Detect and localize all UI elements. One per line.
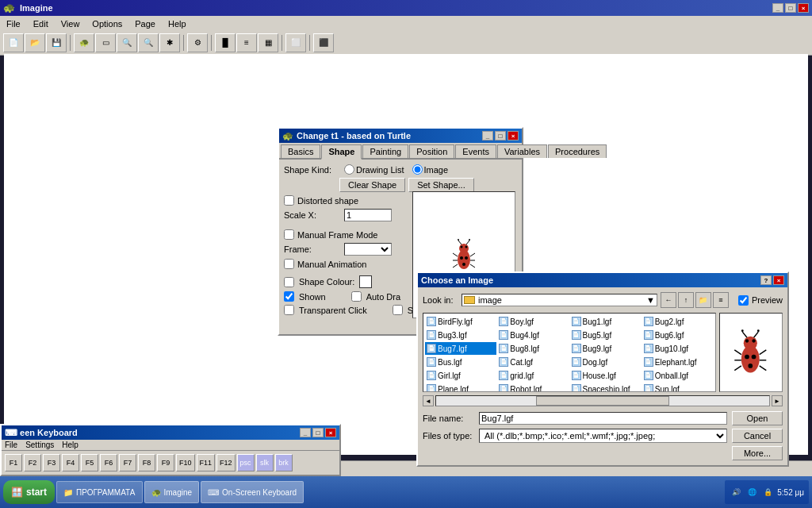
set-shape-btn[interactable]: Set Shape... [408,178,474,192]
taskbar-item-1[interactable]: 🐢 Imagine [144,481,200,503]
menu-help[interactable]: Help [165,18,190,29]
file-item[interactable]: 📄Plane.lgf [425,383,496,392]
file-item[interactable]: 📄House.lgf [570,369,642,382]
tb-icon9[interactable]: ▦ [258,33,278,52]
more-btn[interactable]: More... [732,446,783,460]
shown-check[interactable] [284,291,294,302]
frame-select[interactable] [344,243,392,256]
tb-icon7[interactable]: ▐▌ [215,33,236,52]
file-item[interactable]: 📄Sun.lgf [642,383,714,392]
dialog-help-btn[interactable]: ? [760,275,772,285]
clear-shape-btn[interactable]: Clear Shape [339,178,405,192]
cancel-btn[interactable]: Cancel [732,429,783,443]
maximize-btn[interactable]: □ [785,3,796,13]
scroll-thumb[interactable] [536,396,669,406]
key-f9[interactable]: F9 [157,454,174,471]
file-item[interactable]: 📄Girl.lgf [425,369,496,382]
scroll-left-btn[interactable]: ◄ [423,395,434,406]
file-item[interactable]: 📄Bug7.lgf [425,342,496,355]
key-brk[interactable]: brk [275,454,293,471]
menu-page[interactable]: Page [132,18,159,29]
file-item[interactable]: 📄Dog.lgf [570,356,642,368]
key-f1[interactable]: F1 [5,454,22,471]
radio-image[interactable] [412,164,423,175]
menu-options[interactable]: Options [89,18,125,29]
distorted-shape-check[interactable] [284,195,294,206]
key-f5[interactable]: F5 [81,454,98,471]
close-btn[interactable]: × [798,3,809,13]
file-item[interactable]: 📄Spaceship.lgf [570,383,642,392]
key-slk[interactable]: slk [256,454,274,471]
save-btn[interactable]: 💾 [46,33,67,52]
tb-icon6[interactable]: ⚙ [187,33,208,52]
kb-menu-file[interactable]: File [5,441,17,449]
tab-variables[interactable]: Variables [497,144,547,158]
tb-icon4[interactable]: 🔍 [138,33,159,52]
file-item[interactable]: 📄Bug9.lgf [570,342,642,355]
kb-menu-help[interactable]: Help [62,441,79,449]
shape-colour-check[interactable] [284,277,294,287]
key-f10[interactable]: F10 [176,454,195,471]
file-item[interactable]: 📄Bug5.lgf [570,329,642,341]
kb-menu-settings[interactable]: Settings [25,441,54,449]
tb-icon3[interactable]: 🔍 [117,33,137,52]
file-item[interactable]: 📄Robot.lgf [497,383,569,392]
tab-procedures[interactable]: Procedures [548,144,607,158]
nav-back-btn[interactable]: ← [661,292,676,308]
key-f2[interactable]: F2 [24,454,41,471]
file-item[interactable]: 📄Bug3.lgf [425,329,496,341]
scroll-track[interactable] [435,395,770,406]
radio-drawing-list[interactable] [344,164,354,175]
tb-icon8[interactable]: ≡ [236,33,257,52]
menu-view[interactable]: View [58,18,83,29]
tab-shape[interactable]: Shape [321,144,362,160]
file-item[interactable]: 📄Bug10.lgf [642,342,714,355]
file-item[interactable]: 📄Elephant.lgf [642,356,714,368]
new-btn[interactable]: 📄 [3,33,24,52]
tb-icon2[interactable]: ▭ [95,33,116,52]
key-f6[interactable]: F6 [100,454,117,471]
lookin-combo[interactable]: image ▼ [462,294,657,306]
taskbar-item-2[interactable]: ⌨ On-Screen Keyboard [201,481,304,503]
nav-up-btn[interactable]: ↑ [678,292,694,308]
file-item[interactable]: 📄grid.lgf [497,369,569,382]
auto-dra-check[interactable] [351,291,362,302]
file-item[interactable]: 📄Bug1.lgf [570,315,642,328]
new-folder-btn[interactable]: 📁 [695,292,711,308]
manual-frame-check[interactable] [284,229,294,240]
tb-icon10[interactable]: ⬜ [285,33,306,52]
tb-icon1[interactable]: 🐢 [74,33,94,52]
sensitive-check[interactable] [393,305,403,315]
menu-file[interactable]: File [3,18,24,29]
key-f11[interactable]: F11 [197,454,216,471]
file-item[interactable]: 📄Bus.lgf [425,356,496,368]
preview-checkbox[interactable] [738,295,749,306]
filename-input[interactable] [479,412,727,425]
file-item[interactable]: 📄Bug2.lgf [642,315,714,328]
key-f4[interactable]: F4 [62,454,79,471]
scroll-right-btn[interactable]: ► [772,395,783,406]
tb-icon5[interactable]: ✱ [159,33,180,52]
change-max-btn[interactable]: □ [495,131,506,140]
transparent-check[interactable] [284,305,294,315]
file-item[interactable]: 📄Boy.lgf [497,315,569,328]
filetype-select[interactable]: All (*.dlb;*.bmp;*.ico;*.eml;*.wmf;*.jpg… [479,429,727,443]
dialog-close-btn[interactable]: × [773,275,784,285]
open-btn[interactable]: 📂 [25,33,45,52]
tab-events[interactable]: Events [455,144,496,158]
manual-anim-check[interactable] [284,259,294,269]
tab-painting[interactable]: Painting [362,144,408,158]
tab-basics[interactable]: Basics [281,144,320,158]
key-f8[interactable]: F8 [138,454,155,471]
open-btn[interactable]: Open [732,411,783,425]
key-f12[interactable]: F12 [216,454,236,471]
file-item[interactable]: 📄Bug4.lgf [497,329,569,341]
tab-position[interactable]: Position [409,144,454,158]
minimize-btn[interactable]: _ [772,3,783,13]
change-close-btn[interactable]: × [508,131,519,140]
colour-box[interactable] [359,275,372,288]
view-btn[interactable]: ≡ [713,292,729,308]
change-min-btn[interactable]: _ [482,131,493,140]
key-f7[interactable]: F7 [119,454,136,471]
file-item[interactable]: 📄Cat.lgf [497,356,569,368]
